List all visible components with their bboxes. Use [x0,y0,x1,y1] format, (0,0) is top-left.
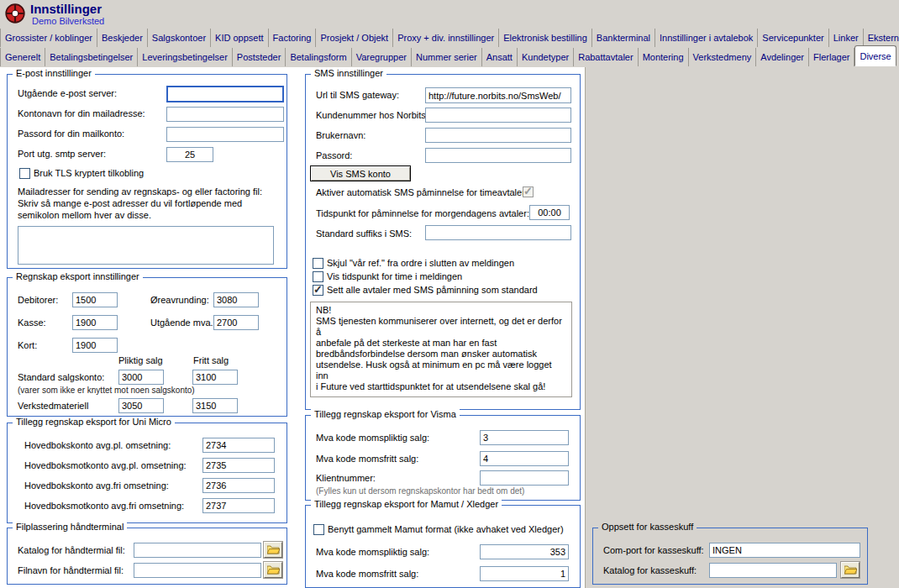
utgaende-mva-input[interactable] [213,315,259,330]
tab-grossister-koblinger[interactable]: Grossister / koblinger [0,29,97,47]
hovedboksmotkonto-avgfri-label: Hovedboksmotkonto avg.fri omsetning: [24,501,184,511]
verkstedmateriell-pliktig-input[interactable] [118,398,164,413]
tab-betalingsform[interactable]: Betalingsform [286,48,351,66]
sms-suffix-input[interactable] [425,225,571,240]
verkstedmateriell-label: Verkstedmateriell [18,401,88,411]
mamut-format-checkbox[interactable] [313,524,324,535]
group-visma-title: Tillegg regnskap eksport for Visma [311,409,460,419]
debitorer-input[interactable] [72,292,118,307]
mail-account-input[interactable] [166,107,284,122]
group-unimicro-title: Tillegg regnskap eksport for Uni Micro [13,417,175,427]
tab-ekstern-kasse[interactable]: Ekstern kasse [864,29,899,47]
group-sms: SMS innstillinger Url til SMS gateway: K… [305,74,581,410]
sms-brukernavn-input[interactable] [425,128,571,143]
group-handterminal: Filplassering håndterminal Katalog for h… [7,528,287,585]
tab-montering[interactable]: Montering [639,48,689,66]
klientnummer-note: (Fylles kun ut dersom regnskapskontor ha… [316,486,524,496]
reminder-time-input[interactable] [529,205,570,220]
smtp-server-input[interactable] [166,86,284,102]
klientnummer-input[interactable] [480,470,569,486]
group-kasseskuff-title: Oppsett for kasseskuff [598,522,697,532]
group-visma: Tillegg regnskap eksport for Visma Mva k… [305,415,581,501]
tab-rabattavtaler[interactable]: Rabattavtaler [574,48,638,66]
smtp-port-input[interactable] [166,147,213,162]
tab-generelt[interactable]: Generelt [0,48,45,66]
sms-passord-input[interactable] [425,148,571,163]
mail-password-input[interactable] [166,127,284,142]
kasseskuff-katalog-browse-button[interactable] [841,562,860,578]
group-sms-title: SMS innstillinger [311,68,386,78]
tab-bankterminal[interactable]: Bankterminal [592,29,655,47]
mamut-mva-fritt-input[interactable] [480,566,569,581]
visma-mva-fritt-input[interactable] [480,451,569,466]
oreavrunding-label: Øreavrunding: [150,295,209,305]
mamut-mva-pliktig-input[interactable] [480,544,569,559]
tls-checkbox[interactable] [19,168,30,179]
tab-innstillinger-i-avtalebok[interactable]: Innstillinger i avtalebok [655,29,758,47]
kasseskuff-katalog-input[interactable] [709,563,837,578]
mamut-mva-pliktig-label: Mva kode momspliktig salg: [316,547,429,557]
group-unimicro: Tillegg regnskap eksport for Uni Micro H… [7,423,287,523]
handterminal-katalog-input[interactable] [134,543,261,558]
tab-beskjeder[interactable]: Beskjeder [97,29,148,47]
tab-poststeder[interactable]: Poststeder [233,48,287,66]
smtp-server-label: Utgående e-post server: [18,88,117,98]
hovedboksmotkonto-avgfri-input[interactable] [202,498,275,513]
show-time-checkbox[interactable] [313,271,323,282]
hovedbokskonto-avgpl-input[interactable] [202,438,275,453]
tab-flerlager[interactable]: Flerlager [809,48,854,66]
norbits-kundenummer-input[interactable] [425,108,571,123]
tab-proxy-div-innstillinger[interactable]: Proxy + div. innstillinger [393,29,499,47]
tab-diverse[interactable]: Diverse [854,45,896,66]
app-icon [4,3,26,24]
tab-salgskontoer[interactable]: Salgskontoer [148,29,211,47]
tab-avdelinger[interactable]: Avdelinger [756,48,809,66]
verkstedmateriell-fritt-input[interactable] [192,398,238,413]
column-header-pliktig-salg: Pliktig salg [118,355,163,365]
mamut-format-label: Benytt gammelt Mamut format (ikke avhake… [328,524,564,534]
smtp-port-label: Port utg. smtp server: [18,149,106,159]
sms-reminder-checkbox[interactable] [523,186,534,197]
kort-input[interactable] [72,338,118,353]
tab-verkstedmeny[interactable]: Verkstedmeny [689,48,757,66]
hovedbokskonto-avgfri-input[interactable] [202,478,275,493]
tab-leveringsbetingelser[interactable]: Leveringsbetingelser [138,48,233,66]
standard-salgskonto-fritt-input[interactable] [192,370,238,385]
klientnummer-label: Klientnummer: [316,473,376,483]
oreavrunding-input[interactable] [213,292,259,307]
visma-mva-pliktig-input[interactable] [480,430,569,445]
tab-factoring[interactable]: Factoring [269,29,317,47]
handterminal-filnavn-browse-button[interactable] [264,562,282,578]
kasse-label: Kasse: [18,318,46,328]
hovedboksmotkonto-avgpl-input[interactable] [202,458,275,473]
tab-ansatt[interactable]: Ansatt [482,48,518,66]
tab-kid-oppsett[interactable]: KID oppsett [211,29,268,47]
default-sms-reminder-checkbox[interactable] [313,285,323,296]
handterminal-filnavn-label: Filnavn for håndtermial fil: [18,565,124,575]
tab-servicepunkter[interactable]: Servicepunkter [758,29,828,47]
norbits-kundenummer-label: Kundenummer hos Norbits: [316,110,428,120]
standard-salgskonto-pliktig-input[interactable] [118,370,164,385]
vis-sms-konto-button[interactable]: Vis SMS konto [310,165,411,181]
handterminal-filnavn-input[interactable] [134,563,261,578]
group-kasseskuff: Oppsett for kasseskuff Com-port for kass… [592,528,868,585]
sms-info-box: NB! SMS tjenesten kommuniserer over inte… [310,302,572,397]
sms-gateway-url-input[interactable] [425,87,571,103]
handterminal-katalog-browse-button[interactable] [264,542,282,558]
tab-linker[interactable]: Linker [829,29,864,47]
utgaende-mva-label: Utgående mva.: [150,318,216,328]
settings-window: Innstillinger Demo Bilverksted Grossiste… [0,0,899,588]
tab-prosjekt-objekt[interactable]: Prosjekt / Objekt [316,29,393,47]
tab-nummer-serier[interactable]: Nummer serier [412,48,482,66]
tab-varegrupper[interactable]: Varegrupper [352,48,412,66]
comport-input[interactable] [709,543,860,558]
tab-elektronisk-bestilling[interactable]: Elektronisk bestilling [499,29,592,47]
page-subtitle: Demo Bilverksted [32,16,104,26]
group-mamut: Tillegg regnskap eksport for Mamut / Xle… [305,505,581,588]
kasse-input[interactable] [72,315,118,330]
tab-kundetyper[interactable]: Kundetyper [518,48,574,66]
hovedboksmotkonto-avgpl-label: Hovedboksmotkonto avg.pl. omsetning: [24,460,187,470]
hide-var-ref-checkbox[interactable] [313,258,323,269]
mail-addresses-textarea[interactable] [18,226,274,265]
tab-betalingsbetingelser[interactable]: Betalingsbetingelser [45,48,138,66]
